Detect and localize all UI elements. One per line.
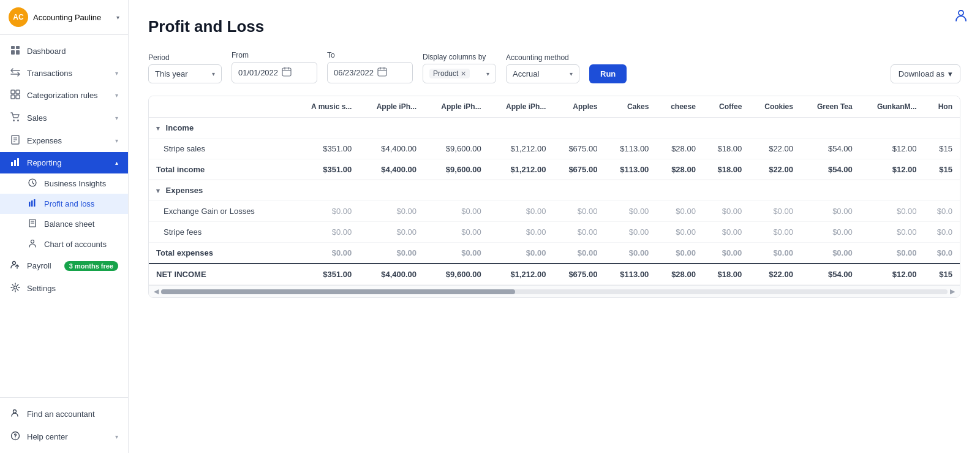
- chevron-down-icon: ▾: [115, 433, 118, 440]
- sidebar-item-business-insights[interactable]: Business Insights: [0, 173, 128, 194]
- display-columns-select[interactable]: Product ✕ ▾: [423, 64, 496, 83]
- cell-value: $22.00: [749, 264, 801, 285]
- cell-value: $54.00: [801, 139, 860, 159]
- cell-value: $0.00: [749, 243, 801, 264]
- cell-value: $0.00: [359, 222, 424, 243]
- sidebar-item-dashboard[interactable]: Dashboard: [0, 40, 128, 63]
- svg-rect-7: [16, 95, 20, 99]
- sidebar-item-label: Dashboard: [27, 47, 118, 56]
- income-section-header: ▾ Income: [149, 118, 960, 139]
- col-header-0: A music s...: [294, 96, 360, 118]
- sidebar-item-profit-loss[interactable]: Profit and loss: [0, 194, 128, 214]
- cell-value: $0.00: [749, 201, 801, 222]
- scrollbar-thumb[interactable]: [161, 289, 515, 294]
- cell-value: $18.00: [703, 139, 749, 159]
- cell-value: $113.00: [605, 264, 656, 285]
- remove-tag-button[interactable]: ✕: [461, 70, 466, 78]
- sidebar-header[interactable]: AC Accounting Pauline ▾: [0, 0, 128, 35]
- from-date-input[interactable]: 01/01/2022: [232, 62, 317, 83]
- top-right-user-icon[interactable]: [954, 9, 968, 25]
- help-icon: [10, 431, 21, 443]
- cell-value: $0.00: [489, 243, 554, 264]
- cell-value: $0.0: [924, 243, 960, 264]
- svg-point-27: [13, 410, 17, 413]
- cell-value: $0.00: [860, 222, 924, 243]
- chevron-down-icon: ▾: [115, 92, 118, 99]
- sidebar-item-transactions[interactable]: Transactions ▾: [0, 63, 128, 84]
- user-menu-chevron[interactable]: ▾: [116, 14, 119, 21]
- accounting-method-select[interactable]: Accrual ▾: [506, 64, 579, 83]
- col-header-3: Apple iPh...: [489, 96, 554, 118]
- sidebar-item-label: Categorization rules: [27, 91, 109, 100]
- to-label: To: [327, 51, 413, 59]
- table-row: Stripe sales $351.00 $4,400.00 $9,600.00…: [149, 139, 960, 159]
- svg-rect-2: [11, 50, 15, 55]
- sidebar-item-find-accountant[interactable]: Find an accountant: [0, 403, 128, 425]
- horizontal-scrollbar[interactable]: ◀ ▶: [149, 285, 960, 297]
- col-header-1: Apple iPh...: [359, 96, 424, 118]
- sidebar-item-balance-sheet[interactable]: Balance sheet: [0, 214, 128, 234]
- chevron-down-icon: ▾: [115, 70, 118, 77]
- svg-point-8: [13, 120, 15, 121]
- profit-loss-table: A music s... Apple iPh... Apple iPh... A…: [149, 96, 960, 285]
- cell-value: $0.00: [424, 201, 489, 222]
- expenses-section-header: ▾ Expenses: [149, 180, 960, 201]
- cell-value: $54.00: [801, 264, 860, 285]
- svg-rect-35: [378, 68, 386, 76]
- cell-value: $0.00: [703, 243, 749, 264]
- sidebar-item-label: Reporting: [27, 158, 109, 167]
- payroll-badge: 3 months free: [64, 261, 118, 271]
- sidebar-item-chart-of-accounts[interactable]: Chart of accounts: [0, 234, 128, 254]
- cell-value: $1,212.00: [489, 159, 554, 180]
- sidebar-item-sales[interactable]: Sales ▾: [0, 107, 128, 129]
- income-collapse-arrow[interactable]: ▾: [156, 124, 160, 132]
- sidebar-item-label: Business Insights: [44, 179, 106, 188]
- sidebar: AC Accounting Pauline ▾ Dashboard Transa…: [0, 0, 129, 453]
- cell-value: $0.00: [424, 222, 489, 243]
- expenses-collapse-arrow[interactable]: ▾: [156, 187, 160, 194]
- period-label: Period: [148, 53, 222, 62]
- sidebar-item-categorization[interactable]: Categorization rules ▾: [0, 84, 128, 107]
- svg-point-25: [13, 262, 16, 265]
- cell-value: $9,600.00: [424, 139, 489, 159]
- cell-value: $28.00: [656, 264, 703, 285]
- download-button[interactable]: Download as ▾: [891, 64, 960, 83]
- svg-point-26: [14, 286, 17, 289]
- col-header-4: Apples: [553, 96, 605, 118]
- cell-value: $675.00: [553, 264, 605, 285]
- sidebar-item-label: Balance sheet: [44, 219, 94, 229]
- cell-value: $0.00: [860, 243, 924, 264]
- cell-value: $675.00: [553, 139, 605, 159]
- to-date-value: 06/23/2022: [334, 68, 374, 77]
- scrollbar-track[interactable]: [161, 289, 948, 294]
- reporting-submenu: Business Insights Profit and loss Balanc…: [0, 173, 128, 254]
- sidebar-item-settings[interactable]: Settings: [0, 277, 128, 300]
- cell-value: $28.00: [656, 159, 703, 180]
- table-row: Stripe fees $0.00 $0.00 $0.00 $0.00 $0.0…: [149, 222, 960, 243]
- svg-rect-20: [34, 199, 36, 207]
- svg-rect-0: [11, 46, 15, 49]
- svg-rect-1: [16, 46, 20, 49]
- scroll-right-arrow[interactable]: ▶: [948, 287, 957, 295]
- sidebar-item-label: Find an accountant: [27, 409, 118, 419]
- sidebar-item-help-center[interactable]: Help center ▾: [0, 425, 128, 448]
- cell-value: $0.00: [860, 201, 924, 222]
- row-label: Stripe fees: [149, 222, 294, 243]
- cell-value: $12.00: [860, 139, 924, 159]
- sidebar-item-label: Sales: [27, 113, 109, 123]
- sidebar-item-payroll[interactable]: Payroll 3 months free: [0, 254, 128, 277]
- balance-sheet-icon: [27, 219, 38, 229]
- cell-value: $9,600.00: [424, 159, 489, 180]
- columns-arrow-icon: ▾: [486, 70, 489, 77]
- sidebar-item-expenses[interactable]: Expenses ▾: [0, 129, 128, 152]
- period-select[interactable]: This year ▾: [148, 64, 222, 83]
- sidebar-item-reporting[interactable]: Reporting ▴: [0, 152, 128, 173]
- cell-value: $4,400.00: [359, 159, 424, 180]
- avatar: AC: [9, 7, 28, 27]
- svg-point-30: [959, 10, 963, 15]
- col-header-2: Apple iPh...: [424, 96, 489, 118]
- col-header-7: Coffee: [703, 96, 749, 118]
- run-button[interactable]: Run: [589, 64, 627, 83]
- to-date-input[interactable]: 06/23/2022: [327, 62, 413, 83]
- scroll-left-arrow[interactable]: ◀: [151, 287, 161, 295]
